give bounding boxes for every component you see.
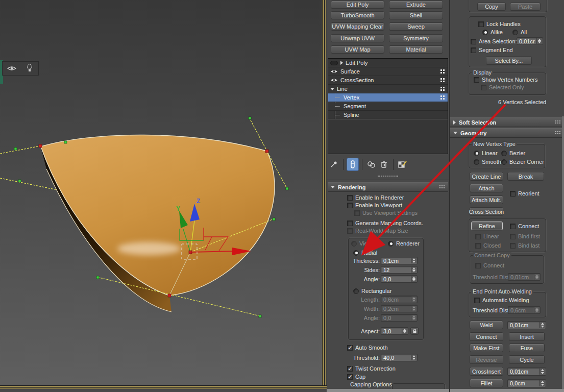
turbosmooth-button[interactable]: TurboSmooth: [331, 11, 384, 19]
attach-mult-button[interactable]: Attach Mult.: [470, 195, 503, 204]
fillet-button[interactable]: Fillet: [470, 379, 503, 387]
lightbulb-icon[interactable]: [23, 62, 36, 75]
collapse-arrow-icon[interactable]: [330, 88, 334, 90]
unwrap-uvw-button[interactable]: Unwrap UVW: [331, 34, 384, 42]
spinner-arrows[interactable]: [402, 328, 407, 334]
radio[interactable]: [474, 159, 479, 165]
rollout-soft-selection[interactable]: Soft Selection: [450, 117, 564, 127]
checkbox[interactable]: [347, 220, 353, 226]
show-vertex-numbers-checkbox[interactable]: Show Vertex Numbers: [474, 77, 537, 83]
spinner-arrows[interactable]: [536, 38, 542, 44]
checkbox[interactable]: [471, 39, 476, 44]
create-line-button[interactable]: Create Line: [470, 172, 503, 181]
spinner-arrows[interactable]: [540, 380, 545, 386]
checkbox-checked[interactable]: [347, 374, 353, 380]
checkbox[interactable]: [474, 298, 480, 303]
radial-radio[interactable]: Radial: [353, 250, 377, 256]
twist-correction-checkbox[interactable]: Twist Correction: [347, 365, 396, 372]
uvw-map-button[interactable]: UVW Map: [331, 45, 384, 54]
sweep-button[interactable]: Sweep: [389, 22, 443, 31]
refine-button[interactable]: Refine: [471, 222, 503, 230]
pin-stack-icon[interactable]: [328, 158, 340, 171]
rollout-rendering[interactable]: Rendering: [328, 182, 448, 192]
crossinsert-button[interactable]: CrossInsert: [470, 367, 503, 376]
checkbox[interactable]: [347, 203, 353, 208]
enable-in-renderer-checkbox[interactable]: Enable In Renderer: [347, 194, 404, 201]
checkbox-checked[interactable]: [347, 366, 353, 372]
auto-smooth-checkbox[interactable]: Auto Smooth: [347, 345, 388, 351]
fillet-spinner[interactable]: 0,0cm: [507, 379, 546, 387]
checkbox[interactable]: [478, 21, 484, 27]
sides-spinner[interactable]: 12: [381, 266, 418, 274]
spinner-arrows[interactable]: [411, 355, 416, 360]
make-unique-icon[interactable]: [365, 158, 378, 171]
stack-item-surface[interactable]: Surface: [328, 67, 448, 76]
all-radio[interactable]: All: [512, 29, 527, 35]
enable-in-viewport-checkbox[interactable]: Enable In Viewport: [347, 202, 402, 208]
automatic-welding-checkbox[interactable]: Automatic Welding: [474, 297, 529, 303]
radio[interactable]: [512, 30, 518, 35]
cycle-button[interactable]: Cycle: [509, 355, 545, 364]
radio[interactable]: [388, 241, 394, 247]
spinner-arrows[interactable]: [540, 322, 545, 328]
radio[interactable]: [482, 30, 488, 35]
viewport-3d[interactable]: Z Y: [0, 0, 327, 392]
crossinsert-spinner[interactable]: 0,01cm: [507, 368, 546, 376]
panel-bottom-scrollbar[interactable]: [450, 389, 564, 392]
aspect-lock-button[interactable]: [410, 327, 419, 335]
generate-mapping-coords-checkbox[interactable]: Generate Mapping Coords.: [347, 220, 423, 226]
symmetry-button[interactable]: Symmetry: [389, 34, 443, 42]
remove-modifier-icon[interactable]: [378, 158, 390, 171]
spinner-arrows[interactable]: [411, 267, 416, 273]
shell-button[interactable]: Shell: [389, 11, 443, 19]
make-first-button[interactable]: Make First: [470, 344, 503, 352]
thickness-spinner[interactable]: 0,1cm: [381, 257, 418, 264]
panel-scrollbar[interactable]: [562, 116, 564, 392]
spinner-arrows[interactable]: [411, 276, 416, 282]
insert-button[interactable]: Insert: [509, 332, 545, 341]
uvw-mapping-clear-button[interactable]: UVW Mapping Clear: [331, 22, 384, 31]
extrude-button[interactable]: Extrude: [389, 1, 443, 9]
checkbox[interactable]: [471, 47, 476, 53]
bezier-radio[interactable]: Bezier: [501, 150, 525, 156]
renderer-radio[interactable]: Renderer: [388, 240, 420, 247]
edit-poly-button[interactable]: Edit Poly: [331, 1, 384, 9]
attach-button[interactable]: Attach: [470, 184, 503, 192]
checkbox[interactable]: [347, 195, 353, 201]
linear-radio[interactable]: Linear: [474, 150, 498, 156]
cap-checkbox[interactable]: Cap: [347, 374, 365, 380]
spinner-arrows[interactable]: [540, 369, 545, 375]
radio[interactable]: [474, 151, 479, 156]
modifier-off-icon[interactable]: [330, 61, 338, 65]
smooth-radio[interactable]: Smooth: [474, 159, 501, 165]
area-selection-checkbox[interactable]: Area Selection:: [471, 38, 517, 44]
stack-subitem-segment[interactable]: Segment: [328, 102, 448, 111]
stack-subitem-spline[interactable]: Spline: [328, 111, 448, 119]
checkbox[interactable]: [510, 191, 516, 197]
visibility-eye-icon[interactable]: [330, 69, 338, 74]
stack-item-crosssection[interactable]: CrossSection: [328, 76, 448, 85]
radio[interactable]: [501, 151, 507, 156]
panel-bottom-scrollbar[interactable]: [327, 389, 449, 392]
stack-item-line[interactable]: Line: [328, 85, 448, 93]
fuse-button[interactable]: Fuse: [509, 344, 545, 352]
configure-modifier-sets-icon[interactable]: [397, 158, 409, 171]
eye-icon[interactable]: [6, 62, 18, 75]
radio[interactable]: [353, 250, 359, 256]
threshold-spinner[interactable]: 40,0: [381, 354, 418, 361]
area-selection-spinner[interactable]: 0,01cr: [517, 37, 543, 45]
bezier-corner-radio[interactable]: Bezier Corner: [501, 159, 544, 165]
rollout-geometry[interactable]: Geometry: [450, 128, 564, 138]
lock-handles-checkbox[interactable]: Lock Handles: [478, 21, 521, 27]
radio[interactable]: [501, 159, 507, 165]
weld-button[interactable]: Weld: [470, 321, 503, 329]
checkbox-checked[interactable]: [347, 345, 353, 351]
spinner-arrows[interactable]: [411, 258, 416, 263]
panel-resize-grip[interactable]: [378, 176, 398, 177]
angle-spinner[interactable]: 0,0: [381, 275, 418, 283]
checkbox[interactable]: [510, 224, 516, 229]
stack-item-edit-poly[interactable]: Edit Poly: [328, 59, 448, 67]
visibility-eye-icon[interactable]: [330, 78, 338, 83]
checkbox[interactable]: [474, 77, 479, 83]
select-by-button[interactable]: Select By...: [486, 56, 532, 65]
